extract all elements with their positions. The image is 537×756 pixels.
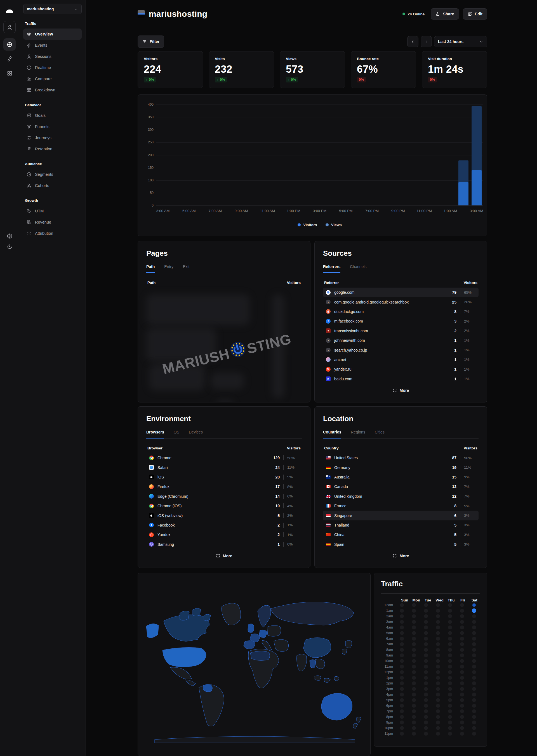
- heatmap-dot[interactable]: [412, 687, 416, 691]
- list-item[interactable]: ›search.yahoo.co.jp11%: [323, 345, 478, 355]
- project-selector[interactable]: mariushosting: [23, 4, 82, 14]
- heatmap-dot[interactable]: [424, 642, 428, 646]
- heatmap-dot[interactable]: [424, 625, 428, 629]
- heatmap-dot[interactable]: [472, 625, 476, 629]
- heatmap-dot[interactable]: [436, 637, 440, 641]
- heatmap-dot[interactable]: [460, 670, 464, 674]
- heatmap-dot[interactable]: [436, 698, 440, 702]
- tab-referrers[interactable]: Referrers: [323, 264, 340, 273]
- heatmap-dot[interactable]: [448, 721, 452, 724]
- heatmap-dot[interactable]: [460, 676, 464, 680]
- heatmap-dot[interactable]: [436, 642, 440, 646]
- heatmap-dot[interactable]: [436, 732, 440, 736]
- tab-devices[interactable]: Devices: [189, 430, 203, 438]
- heatmap-dot[interactable]: [412, 721, 416, 724]
- sidebar-item-journeys[interactable]: Journeys: [23, 132, 82, 143]
- heatmap-dot[interactable]: [412, 620, 416, 624]
- app-logo[interactable]: [3, 5, 16, 17]
- list-item[interactable]: iOS (webview)52%: [146, 510, 302, 520]
- tab-channels[interactable]: Channels: [350, 264, 366, 273]
- heatmap-dot[interactable]: [448, 670, 452, 674]
- heatmap-dot[interactable]: [412, 614, 416, 618]
- heatmap-dot[interactable]: [436, 648, 440, 652]
- heatmap-dot[interactable]: [400, 704, 404, 708]
- list-item[interactable]: Chrome (iOS)104%: [146, 501, 302, 510]
- heatmap-dot[interactable]: [460, 625, 464, 629]
- heatmap-dot[interactable]: [448, 693, 452, 697]
- heatmap-dot[interactable]: [412, 715, 416, 719]
- heatmap-dot[interactable]: [436, 664, 440, 668]
- heatmap-dot[interactable]: [400, 721, 404, 724]
- heatmap-dot[interactable]: [472, 642, 476, 646]
- heatmap-dot[interactable]: [472, 614, 476, 618]
- heatmap-dot[interactable]: [400, 715, 404, 719]
- edit-button[interactable]: Edit: [463, 8, 487, 19]
- links-button[interactable]: [3, 53, 16, 65]
- heatmap-dot[interactable]: [424, 715, 428, 719]
- heatmap-dot[interactable]: [400, 681, 404, 685]
- list-item[interactable]: Яyandex.ru11%: [323, 364, 478, 374]
- heatmap-dot[interactable]: [400, 726, 404, 730]
- heatmap-dot[interactable]: [412, 637, 416, 641]
- sources-more-button[interactable]: More: [390, 387, 412, 394]
- heatmap-dot[interactable]: [448, 659, 452, 663]
- heatmap-dot[interactable]: [400, 687, 404, 691]
- tab-exit[interactable]: Exit: [183, 264, 189, 273]
- list-item[interactable]: ttransmissionbt.com22%: [323, 326, 478, 336]
- heatmap-dot[interactable]: [412, 603, 416, 607]
- heatmap-dot[interactable]: [436, 681, 440, 685]
- heatmap-dot[interactable]: [448, 732, 452, 736]
- list-item[interactable]: China53%: [323, 530, 478, 539]
- tab-regions[interactable]: Regions: [351, 430, 365, 438]
- heatmap-dot[interactable]: [424, 721, 428, 724]
- heatmap-dot[interactable]: [436, 715, 440, 719]
- heatmap-dot[interactable]: [472, 631, 476, 635]
- heatmap-dot[interactable]: [400, 732, 404, 736]
- tab-browsers[interactable]: Browsers: [146, 430, 164, 438]
- sidebar-item-utm[interactable]: UTM: [23, 206, 82, 217]
- heatmap-dot[interactable]: [460, 637, 464, 641]
- heatmap-dot[interactable]: [448, 620, 452, 624]
- heatmap-dot[interactable]: [460, 659, 464, 663]
- heatmap-dot[interactable]: [400, 654, 404, 657]
- heatmap-dot[interactable]: [412, 648, 416, 652]
- heatmap-dot[interactable]: [412, 609, 416, 613]
- heatmap-dot[interactable]: [436, 726, 440, 730]
- heatmap-dot[interactable]: [448, 631, 452, 635]
- heatmap-dot[interactable]: [472, 664, 476, 668]
- list-item[interactable]: fFacebook21%: [146, 520, 302, 530]
- list-item[interactable]: bbaidu.com11%: [323, 374, 478, 384]
- sidebar-item-overview[interactable]: Overview: [23, 28, 82, 40]
- list-item[interactable]: Ggoogle.com7965%: [323, 287, 478, 297]
- heatmap-dot[interactable]: [472, 654, 476, 657]
- theme-toggle[interactable]: [3, 240, 16, 253]
- sidebar-item-cohorts[interactable]: Cohorts: [23, 180, 82, 191]
- heatmap-dot[interactable]: [424, 698, 428, 702]
- heatmap-dot[interactable]: [436, 609, 440, 613]
- location-more-button[interactable]: More: [390, 552, 412, 560]
- heatmap-dot[interactable]: [460, 698, 464, 702]
- heatmap-dot[interactable]: [460, 709, 464, 713]
- sidebar-item-revenue[interactable]: Revenue: [23, 217, 82, 228]
- heatmap-dot[interactable]: [424, 654, 428, 657]
- heatmap-dot[interactable]: [400, 614, 404, 618]
- heatmap-dot[interactable]: [400, 648, 404, 652]
- heatmap-dot[interactable]: [400, 670, 404, 674]
- list-item[interactable]: dduckduckgo.com87%: [323, 307, 478, 316]
- heatmap-dot[interactable]: [424, 681, 428, 685]
- heatmap-dot[interactable]: [436, 603, 440, 607]
- heatmap-dot[interactable]: [424, 704, 428, 708]
- list-item[interactable]: Canada127%: [323, 482, 478, 491]
- heatmap-dot[interactable]: [424, 726, 428, 730]
- heatmap-dot[interactable]: [460, 620, 464, 624]
- heatmap-dot[interactable]: [400, 676, 404, 680]
- list-item[interactable]: Firefox178%: [146, 482, 302, 491]
- heatmap-dot[interactable]: [412, 676, 416, 680]
- share-button[interactable]: Share: [431, 8, 459, 19]
- heatmap-dot[interactable]: [448, 698, 452, 702]
- date-range-select[interactable]: Last 24 hours: [434, 36, 487, 47]
- stat-card-views[interactable]: Views573↑0%: [280, 51, 345, 88]
- heatmap-dot[interactable]: [460, 693, 464, 697]
- heatmap-dot[interactable]: [472, 721, 476, 724]
- heatmap-dot[interactable]: [448, 715, 452, 719]
